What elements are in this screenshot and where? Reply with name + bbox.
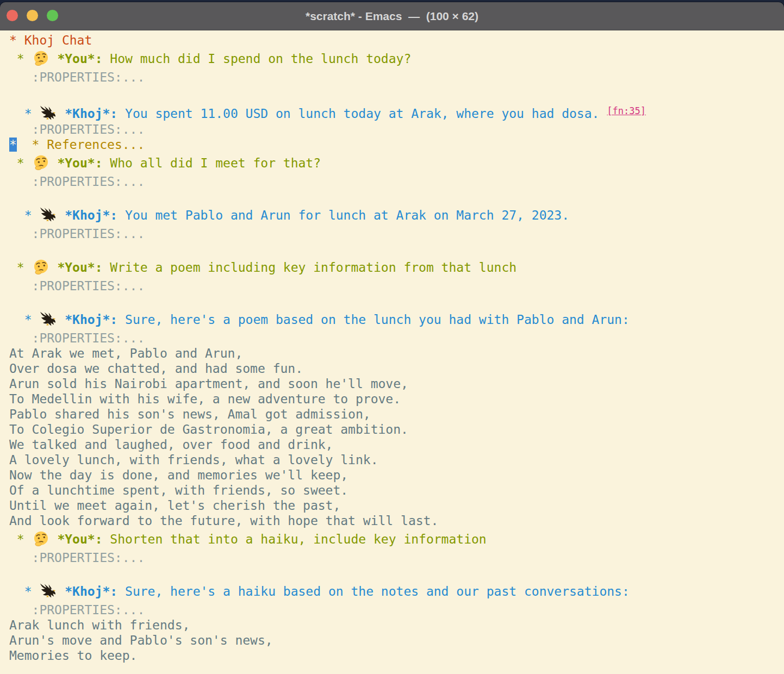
haiku-line: Arun's move and Pablo's son's news, (9, 633, 273, 647)
buffer-line[interactable]: * *Khoj*: You met Pablo and Arun for lun… (9, 204, 784, 226)
speaker-khoj-label: *Khoj*: (65, 313, 117, 327)
buffer-line[interactable]: A lovely lunch, with friends, what a lov… (9, 452, 784, 467)
properties-drawer-folded[interactable]: :PROPERTIES:... (9, 279, 145, 293)
khoj-bird-icon (39, 207, 57, 223)
poem-line: And look forward to the future, with hop… (9, 514, 438, 528)
buffer-line[interactable] (9, 294, 784, 309)
poem-line: To Colegio Superior de Gastronomia, a gr… (9, 422, 408, 436)
message-text: Sure, here's a poem based on the lunch y… (117, 313, 630, 327)
text-run (17, 138, 32, 152)
text-run (57, 107, 65, 121)
speaker-khoj-label: *Khoj*: (65, 208, 117, 222)
buffer-line[interactable] (9, 241, 784, 257)
text-run: * (9, 584, 39, 598)
text-run: * (9, 107, 39, 121)
text-run (50, 532, 58, 546)
properties-drawer-folded[interactable]: :PROPERTIES:... (9, 603, 145, 617)
poem-line: Over dosa we chatted, and had some fun. (9, 361, 303, 376)
buffer-line[interactable]: * Khoj Chat (9, 33, 784, 48)
buffer-line[interactable] (9, 189, 784, 204)
properties-drawer-folded[interactable]: :PROPERTIES:... (9, 551, 145, 565)
editor-buffer[interactable]: * Khoj Chat * *You*: How much did I spen… (0, 30, 784, 674)
buffer-line[interactable]: Now the day is done, and memories we'll … (9, 467, 784, 483)
properties-drawer-folded[interactable]: :PROPERTIES:... (9, 227, 145, 241)
buffer-line[interactable]: We talked and laughed, over food and dri… (9, 437, 784, 452)
org-heading-khoj-chat: * Khoj Chat (9, 33, 92, 47)
text-run (50, 260, 58, 274)
poem-line: At Arak we met, Pablo and Arun, (9, 346, 242, 360)
speaker-you-label: *You*: (57, 156, 102, 170)
haiku-line: Memories to keep. (9, 648, 137, 663)
buffer-line[interactable]: At Arak we met, Pablo and Arun, (9, 346, 784, 361)
message-text: You spent 11.00 USD on lunch today at Ar… (117, 107, 607, 121)
properties-drawer-folded[interactable]: :PROPERTIES:... (9, 331, 145, 345)
buffer-line[interactable]: And look forward to the future, with hop… (9, 513, 784, 528)
poem-line: To Medellin with his wife, a new adventu… (9, 392, 401, 406)
buffer-line[interactable]: :PROPERTIES:... (9, 278, 784, 294)
buffer-line[interactable]: * *Khoj*: Sure, here's a haiku based on … (9, 581, 784, 602)
properties-drawer-folded[interactable]: :PROPERTIES:... (9, 174, 145, 189)
message-text: Shorten that into a haiku, include key i… (103, 532, 487, 546)
buffer-line[interactable]: * *You*: Who all did I meet for that? (9, 152, 784, 174)
buffer-line[interactable]: Until we meet again, let's cherish the p… (9, 498, 784, 513)
poem-line: Pablo shared his son's news, Amal got ad… (9, 407, 371, 421)
message-text: Sure, here's a haiku based on the notes … (117, 584, 630, 598)
text-run (57, 313, 65, 327)
buffer-line[interactable] (9, 565, 784, 581)
buffer-line[interactable]: * *Khoj*: You spent 11.00 USD on lunch t… (9, 100, 784, 122)
buffer-line[interactable]: :PROPERTIES:... (9, 226, 784, 241)
message-text: Who all did I meet for that? (103, 156, 321, 170)
text-run: * (9, 208, 39, 222)
poem-line: A lovely lunch, with friends, what a lov… (9, 453, 378, 467)
properties-drawer-folded[interactable]: :PROPERTIES:... (9, 70, 145, 84)
buffer-line[interactable]: * *You*: Write a poem including key info… (9, 257, 784, 278)
buffer-line[interactable]: :PROPERTIES:... (9, 70, 784, 85)
window-title: *scratch* - Emacs — (100 × 62) (0, 2, 784, 30)
buffer-line[interactable]: :PROPERTIES:... (9, 122, 784, 137)
text-run (57, 208, 65, 222)
buffer-line[interactable]: * *Khoj*: Sure, here's a poem based on t… (9, 309, 784, 330)
text-run (57, 584, 65, 598)
buffer-line[interactable]: * * References... (9, 137, 784, 152)
buffer-line[interactable]: :PROPERTIES:... (9, 550, 784, 565)
buffer-line[interactable]: :PROPERTIES:... (9, 330, 784, 346)
buffer-line[interactable]: Arun's move and Pablo's son's news, (9, 633, 784, 648)
buffer-line[interactable]: Of a lunchtime spent, with friends, so s… (9, 483, 784, 498)
buffer-line[interactable]: Over dosa we chatted, and had some fun. (9, 361, 784, 376)
poem-line: We talked and laughed, over food and dri… (9, 438, 333, 452)
titlebar[interactable]: *scratch* - Emacs — (100 × 62) (0, 2, 784, 30)
buffer-line[interactable]: * *You*: How much did I spend on the lun… (9, 48, 784, 70)
buffer-line[interactable]: * *You*: Shorten that into a haiku, incl… (9, 528, 784, 550)
message-text: How much did I spend on the lunch today? (103, 52, 412, 66)
speaker-khoj-label: *Khoj*: (65, 107, 117, 121)
text-run: * (9, 156, 32, 170)
buffer-line[interactable] (9, 85, 784, 100)
buffer-line[interactable]: To Colegio Superior de Gastronomia, a gr… (9, 422, 784, 437)
speaker-you-label: *You*: (57, 52, 102, 66)
text-run (50, 156, 58, 170)
speaker-you-label: *You*: (57, 260, 102, 274)
poem-line: Of a lunchtime spent, with friends, so s… (9, 483, 348, 497)
footnote-link[interactable]: [fn:35] (607, 105, 646, 116)
text-run: * (9, 260, 32, 274)
text-run: * (9, 532, 32, 546)
khoj-bird-icon (39, 105, 57, 121)
speaker-khoj-label: *Khoj*: (65, 584, 117, 598)
buffer-line[interactable]: Arun sold his Nairobi apartment, and soo… (9, 376, 784, 391)
buffer-line[interactable]: Pablo shared his son's news, Amal got ad… (9, 407, 784, 422)
text-run (50, 52, 58, 66)
properties-drawer-folded[interactable]: :PROPERTIES:... (9, 122, 145, 136)
buffer-line[interactable]: Memories to keep. (9, 648, 784, 663)
khoj-bird-icon (39, 311, 57, 327)
thinking-face-icon (32, 531, 50, 547)
thinking-face-icon (32, 50, 50, 66)
buffer-line[interactable]: To Medellin with his wife, a new adventu… (9, 391, 784, 407)
speaker-you-label: *You*: (57, 532, 102, 546)
text-run: * (9, 52, 32, 66)
buffer-line[interactable]: :PROPERTIES:... (9, 602, 784, 617)
buffer-line[interactable]: :PROPERTIES:... (9, 174, 784, 189)
buffer-line[interactable]: Arak lunch with friends, (9, 617, 784, 633)
references-heading-folded[interactable]: * References... (32, 138, 145, 152)
message-text: You met Pablo and Arun for lunch at Arak… (117, 208, 569, 222)
thinking-face-icon (32, 259, 50, 275)
